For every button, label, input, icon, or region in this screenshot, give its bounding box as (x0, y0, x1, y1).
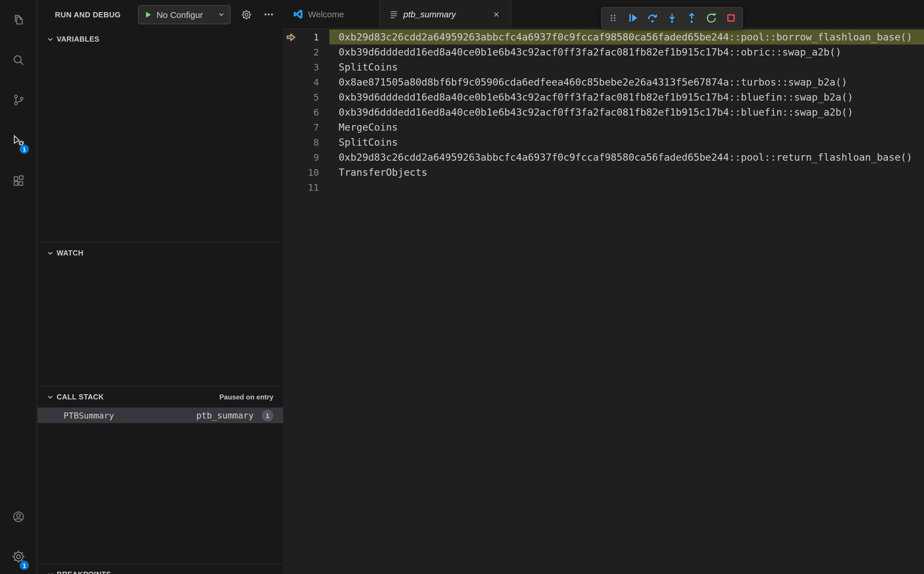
debug-settings-gear-icon[interactable] (241, 9, 252, 20)
line-text[interactable]: 0xb39d6dddedd16ed8a40ce0b1e6b43c92acf0ff… (329, 90, 924, 105)
code-line[interactable]: 4 0x8ae871505a80d8bf6bf9c05906cda6edfeea… (283, 74, 924, 90)
line-text[interactable]: 0xb29d83c26cdd2a64959263abbcfc4a6937f0c9… (329, 150, 924, 165)
code-line[interactable]: 10 TransferObjects (283, 165, 924, 180)
line-number[interactable]: 8 (298, 137, 319, 148)
frame-file: ptb_summary (196, 410, 254, 421)
line-number[interactable]: 11 (298, 182, 319, 193)
file-icon (389, 9, 399, 19)
step-into-button[interactable] (662, 8, 682, 28)
breakpoints-header[interactable]: BREAKPOINTS (38, 564, 283, 574)
vscode-logo-icon (293, 9, 303, 20)
call-stack-frame[interactable]: PTBSummary ptb_summary 1 (38, 407, 283, 423)
activity-explorer[interactable] (0, 6, 36, 33)
sidebar-header: RUN AND DEBUG No Configur (38, 0, 283, 29)
line-text[interactable]: SplitCoins (329, 135, 924, 150)
line-number[interactable]: 6 (298, 107, 319, 118)
call-stack-label: CALL STACK (57, 393, 104, 401)
code-editor[interactable]: 1 0xb29d83c26cdd2a64959263abbcfc4a6937f0… (283, 30, 924, 574)
call-stack-section: CALL STACK Paused on entry PTBSummary pt… (38, 386, 283, 564)
vscode-window: 1 (0, 0, 924, 574)
line-text[interactable]: TransferObjects (329, 165, 924, 180)
gutter-glyph[interactable] (283, 105, 298, 120)
activity-source-control[interactable] (0, 86, 36, 114)
gutter-glyph[interactable] (283, 135, 298, 150)
restart-button[interactable] (702, 8, 721, 28)
call-stack-header[interactable]: CALL STACK Paused on entry (38, 387, 283, 407)
activity-run-and-debug[interactable]: 1 (0, 126, 36, 155)
line-number[interactable]: 9 (298, 152, 319, 163)
watch-header[interactable]: WATCH (38, 243, 283, 263)
line-number[interactable]: 5 (298, 91, 319, 102)
gutter-glyph[interactable] (283, 180, 298, 195)
step-out-button[interactable] (682, 8, 702, 28)
line-text[interactable]: SplitCoins (329, 60, 924, 74)
variables-section: VARIABLES (38, 29, 283, 242)
line-text[interactable]: 0xb39d6dddedd16ed8a40ce0b1e6b43c92acf0ff… (329, 105, 924, 120)
chevron-down-icon (46, 249, 54, 257)
breakpoints-label: BREAKPOINTS (57, 571, 111, 574)
code-line[interactable]: 8 SplitCoins (283, 135, 924, 150)
activity-settings[interactable]: 1 (0, 543, 36, 571)
source-control-icon (11, 93, 25, 107)
gutter-glyph[interactable] (283, 90, 298, 105)
activity-search[interactable] (0, 46, 36, 74)
code-line[interactable]: 2 0xb39d6dddedd16ed8a40ce0b1e6b43c92acf0… (283, 44, 924, 60)
tab-welcome[interactable]: Welcome (283, 0, 379, 28)
line-number[interactable]: 7 (298, 122, 319, 132)
code-line[interactable]: 1 0xb29d83c26cdd2a64959263abbcfc4a6937f0… (283, 30, 924, 44)
debug-toolbar (601, 7, 743, 29)
code-line[interactable]: 9 0xb29d83c26cdd2a64959263abbcfc4a6937f0… (283, 150, 924, 165)
debug-config-label: No Configur (157, 9, 214, 19)
line-text[interactable] (329, 180, 924, 195)
gutter-glyph[interactable] (283, 150, 298, 165)
gutter-glyph[interactable] (283, 165, 298, 180)
gutter-glyph[interactable] (283, 44, 298, 60)
gutter-glyph[interactable] (283, 74, 298, 90)
code-line[interactable]: 3 SplitCoins (283, 60, 924, 74)
frame-name: PTBSummary (64, 411, 114, 420)
line-text[interactable]: MergeCoins (329, 120, 924, 135)
chevron-down-icon (46, 35, 54, 43)
step-over-button[interactable] (642, 8, 662, 28)
continue-button[interactable] (623, 8, 642, 28)
debug-badge: 1 (20, 145, 29, 154)
account-icon (11, 510, 25, 524)
line-number[interactable]: 3 (298, 62, 319, 73)
variables-header[interactable]: VARIABLES (38, 29, 283, 50)
code-line[interactable]: 7 MergeCoins (283, 120, 924, 135)
watch-label: WATCH (57, 249, 83, 257)
line-text[interactable]: 0x8ae871505a80d8bf6bf9c05906cda6edfeea46… (329, 74, 924, 90)
code-line[interactable]: 11 (283, 180, 924, 195)
more-actions-icon[interactable] (263, 9, 274, 20)
stop-button[interactable] (721, 8, 741, 28)
tab-bar: Welcome ptb_summary (283, 0, 924, 29)
line-text[interactable]: 0xb29d83c26cdd2a64959263abbcfc4a6937f0c9… (329, 30, 924, 44)
activity-bar: 1 (0, 0, 37, 574)
search-icon (11, 53, 25, 67)
activity-accounts[interactable] (0, 503, 36, 531)
gripper-icon[interactable] (603, 8, 623, 28)
code-line[interactable]: 6 0xb39d6dddedd16ed8a40ce0b1e6b43c92acf0… (283, 105, 924, 120)
line-number[interactable]: 4 (298, 77, 319, 88)
tab-welcome-label: Welcome (308, 9, 344, 19)
line-number[interactable]: 2 (298, 47, 319, 58)
settings-badge: 1 (20, 561, 29, 570)
line-number[interactable]: 10 (298, 167, 319, 178)
variables-label: VARIABLES (57, 35, 99, 43)
line-number[interactable]: 1 (298, 32, 319, 43)
gutter-glyph[interactable] (283, 60, 298, 74)
gutter-glyph[interactable] (283, 120, 298, 135)
tab-ptb-summary-label: ptb_summary (403, 9, 456, 19)
editor-area: Welcome ptb_summary (283, 0, 924, 574)
start-debug-icon (144, 10, 153, 19)
debug-config-dropdown[interactable]: No Configur (138, 5, 231, 24)
line-text[interactable]: 0xb39d6dddedd16ed8a40ce0b1e6b43c92acf0ff… (329, 44, 924, 60)
activity-extensions[interactable] (0, 167, 36, 195)
sidebar-title: RUN AND DEBUG (55, 10, 121, 19)
code-line[interactable]: 5 0xb39d6dddedd16ed8a40ce0b1e6b43c92acf0… (283, 90, 924, 105)
breakpoints-section: BREAKPOINTS (38, 564, 283, 574)
tab-ptb-summary[interactable]: ptb_summary (379, 0, 512, 28)
frame-line-badge: 1 (262, 410, 273, 421)
close-icon[interactable] (491, 9, 502, 19)
files-icon (11, 13, 25, 27)
